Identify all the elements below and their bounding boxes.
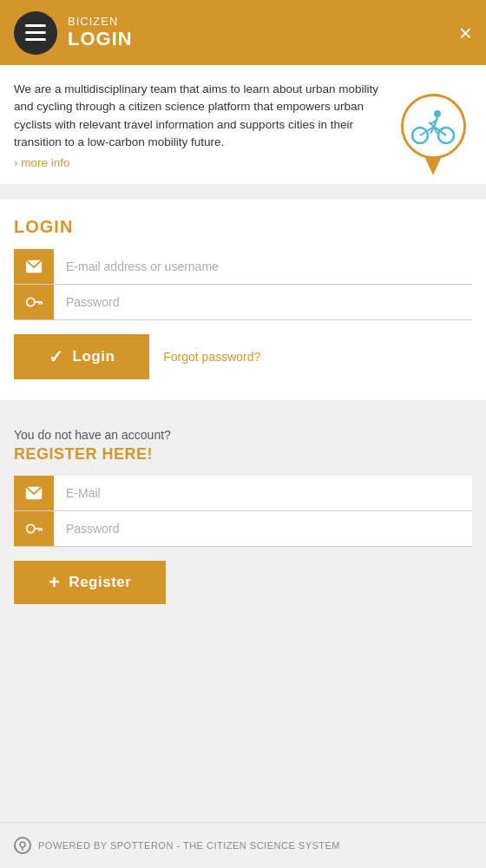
header-title-group: BICIZEN LOGIN: [68, 15, 133, 50]
page-name: LOGIN: [68, 28, 133, 50]
hamburger-line-1: [25, 24, 46, 27]
register-key-icon: [24, 519, 43, 538]
email-input-row: [14, 249, 472, 285]
bike-logo: [394, 81, 472, 172]
close-button[interactable]: ×: [459, 22, 472, 44]
bike-circle: [401, 94, 466, 159]
hamburger-button[interactable]: [14, 11, 57, 55]
info-text-block: We are a multidisciplinary team that aim…: [14, 81, 384, 169]
svg-point-17: [27, 524, 35, 532]
register-email-icon-bg: [14, 476, 54, 510]
footer-text: POWERED BY SPOTTERON - THE CITIZEN SCIEN…: [38, 840, 340, 851]
app-footer: POWERED BY SPOTTERON - THE CITIZEN SCIEN…: [0, 822, 486, 868]
password-icon-bg: [14, 285, 54, 319]
app-header: BICIZEN LOGIN ×: [0, 0, 486, 65]
svg-point-21: [20, 842, 25, 847]
register-button-label: Register: [69, 574, 131, 591]
envelope-icon: [24, 257, 43, 276]
login-button[interactable]: ✓ Login: [14, 334, 149, 379]
hamburger-line-3: [25, 38, 46, 41]
register-password-icon-bg: [14, 511, 54, 546]
hamburger-line-2: [25, 31, 46, 34]
email-icon-bg: [14, 249, 54, 284]
forgot-password-link[interactable]: Forgot password?: [163, 350, 260, 364]
svg-point-0: [434, 110, 441, 117]
svg-point-12: [27, 298, 35, 306]
register-title: REGISTER HERE!: [14, 445, 472, 464]
plus-icon: +: [49, 573, 60, 592]
email-input[interactable]: [54, 249, 472, 284]
password-input-row: [14, 285, 472, 320]
register-email-input[interactable]: [54, 476, 472, 510]
register-section: You do not have an account? REGISTER HER…: [0, 412, 486, 628]
register-password-input-row: [14, 511, 472, 547]
checkmark-icon: ✓: [49, 346, 64, 367]
info-description: We are a multidisciplinary team that aim…: [14, 81, 384, 151]
more-info-link[interactable]: › more info: [14, 156, 384, 169]
app-name: BICIZEN: [68, 15, 133, 28]
location-pin-icon: [17, 840, 28, 851]
spotteron-icon: [14, 837, 31, 854]
key-icon: [24, 293, 43, 312]
register-password-input[interactable]: [54, 511, 472, 546]
register-envelope-icon: [24, 483, 43, 503]
login-section: LOGIN ✓ Login Forgot password?: [0, 200, 486, 400]
register-prompt: You do not have an account?: [14, 428, 472, 442]
header-left: BICIZEN LOGIN: [14, 11, 133, 55]
login-button-label: Login: [73, 348, 115, 365]
register-email-input-row: [14, 476, 472, 511]
info-section: We are a multidisciplinary team that aim…: [0, 65, 486, 184]
register-button[interactable]: + Register: [14, 561, 166, 604]
login-actions: ✓ Login Forgot password?: [14, 334, 472, 379]
bicycle-icon: [411, 109, 455, 144]
login-title: LOGIN: [14, 217, 472, 237]
password-input[interactable]: [54, 285, 472, 319]
